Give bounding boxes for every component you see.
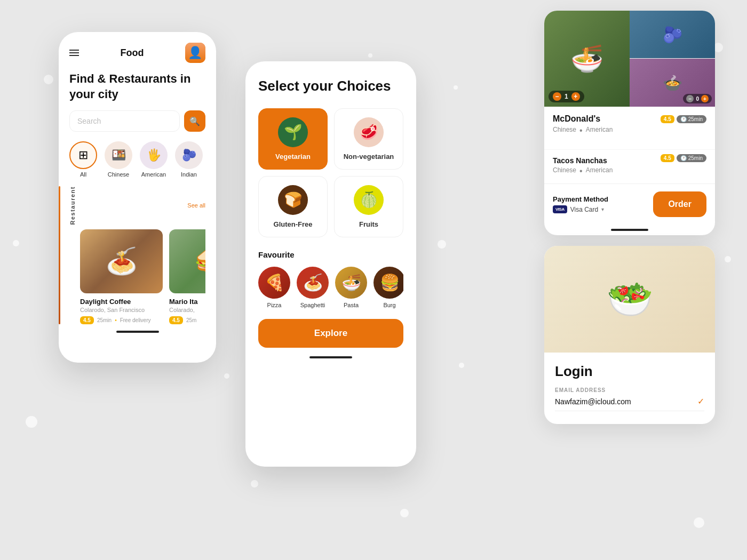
restaurant-card-2[interactable]: Mario Ita Colarado, 4.5 25m — [169, 229, 205, 324]
category-label-american: American — [141, 171, 166, 178]
category-indian[interactable]: 🫐 Indian — [175, 141, 203, 178]
pasta-icon: 🍜 — [335, 267, 367, 299]
time-value: 25min — [688, 116, 703, 122]
home-indicator-2 — [309, 356, 352, 358]
restaurant-main-row: McDonald's 4.5 🕐 25min — [553, 114, 706, 124]
tag-dot: • — [579, 126, 583, 135]
email-label: EMAIL ADDRESS — [555, 387, 704, 393]
choice-label-nonveg: Non-vegetarian — [344, 153, 394, 161]
qty-plus-btn2[interactable]: + — [701, 95, 709, 102]
order-info: McDonald's 4.5 🕐 25min Chinese • America… — [544, 107, 715, 149]
avatar[interactable] — [185, 43, 205, 63]
qty-minus-btn2[interactable]: − — [686, 95, 694, 102]
restaurant-meta-1: 4.5 25min • Free delivery — [80, 316, 163, 324]
choice-fruits[interactable]: 🍈 Fruits — [334, 176, 403, 237]
home-indicator-1 — [116, 331, 159, 333]
favourite-section: Favourite 🍕 Pizza 🍝 Spaghetti 🍜 Pasta 🍔 … — [258, 250, 403, 308]
visa-icon: VISA — [553, 205, 567, 213]
main-tags-row: Chinese • American — [553, 126, 706, 135]
category-icon-american: 🖐 — [140, 141, 168, 169]
qty-plus-btn[interactable]: + — [571, 92, 580, 101]
restaurant-location-2: Colarado, — [169, 307, 205, 313]
category-all[interactable]: ⊞ All — [69, 141, 97, 178]
category-american[interactable]: 🖐 American — [140, 141, 168, 178]
restaurant-location-1: Colarodo, San Francisco — [80, 307, 163, 313]
restaurant-image-1 — [80, 229, 163, 293]
qty-minus-btn[interactable]: − — [553, 92, 561, 101]
order-button[interactable]: Order — [653, 191, 706, 217]
rating-badge-2: 4.5 — [169, 316, 183, 324]
category-chinese[interactable]: 🍱 Chinese — [105, 141, 132, 178]
explore-button[interactable]: Explore — [258, 319, 403, 348]
rating-row: 4.5 🕐 25min — [661, 115, 706, 123]
payment-row: Payment Method VISA Visa Card ▾ Order — [544, 183, 715, 225]
restaurant-name-1: Daylight Coffee — [80, 298, 163, 306]
non-veg-icon: 🥩 — [354, 117, 384, 147]
order-img-left: 🍜 − 1 + — [544, 11, 630, 107]
order-button-label: Order — [668, 199, 692, 209]
login-content: Login EMAIL ADDRESS Nawfazim@icloud.com … — [544, 353, 715, 424]
login-food-image: 🥗 — [544, 246, 715, 353]
favourite-title: Favourite — [258, 250, 403, 259]
favourite-spaghetti[interactable]: 🍝 Spaghetti — [297, 267, 329, 308]
explore-button-label: Explore — [314, 328, 347, 339]
category-label-indian: Indian — [181, 171, 197, 178]
order-card: 🍜 − 1 + 🫐 🍲 − 0 + — [544, 11, 715, 235]
phone1-tagline: Find & Restaurants in your city — [69, 71, 205, 102]
choice-label-fruits: Fruits — [359, 220, 378, 228]
gluten-icon: 🍞 — [278, 185, 308, 215]
category-label-all: All — [80, 171, 86, 178]
choices-grid: 🌱 Vegetarian 🥩 Non-vegetarian 🍞 Gluten-F… — [258, 108, 403, 237]
category-label-chinese: Chinese — [108, 171, 129, 178]
choice-vegetarian[interactable]: 🌱 Vegetarian — [258, 108, 328, 170]
order-img-right-col: 🫐 🍲 − 0 + — [630, 11, 715, 107]
star-badge: 4.5 — [661, 115, 674, 123]
email-value: Nawfazim@icloud.com — [555, 397, 631, 406]
rating-badge-1: 4.5 — [80, 316, 94, 324]
search-bar: Search 🔍 — [69, 110, 205, 132]
choice-non-vegetarian[interactable]: 🥩 Non-vegetarian — [334, 108, 403, 170]
favourite-label-spaghetti: Spaghetti — [300, 302, 325, 308]
favourite-pizza[interactable]: 🍕 Pizza — [258, 267, 290, 308]
search-icon: 🔍 — [189, 116, 200, 126]
second-restaurant-name: Tacos Nanchas — [553, 150, 607, 165]
restaurant-image-2 — [169, 229, 205, 293]
pizza-icon: 🍕 — [258, 267, 290, 299]
category-row: ⊞ All 🍱 Chinese 🖐 American 🫐 Indian — [69, 141, 205, 178]
category-icon-indian: 🫐 — [175, 141, 203, 169]
dot-separator-1: • — [115, 317, 117, 323]
category-icon-chinese: 🍱 — [105, 141, 132, 169]
second-clock-icon: 🕐 — [680, 155, 687, 161]
choice-gluten-free[interactable]: 🍞 Gluten-Free — [258, 176, 328, 237]
visa-text: Visa Card — [570, 206, 598, 213]
favourite-grid: 🍕 Pizza 🍝 Spaghetti 🍜 Pasta 🍔 Burg — [258, 267, 403, 308]
second-restaurant-section: Tacos Nanchas 4.5 🕐 25min Chinese • Amer… — [544, 149, 715, 183]
search-button[interactable]: 🔍 — [184, 110, 205, 132]
email-row: Nawfazim@icloud.com ✓ — [555, 396, 704, 411]
second-rating-row: 4.5 🕐 25min — [661, 154, 706, 162]
phone1-title: Food — [121, 47, 144, 59]
payment-method-section: Payment Method VISA Visa Card ▾ — [553, 195, 608, 213]
search-input[interactable]: Search — [69, 110, 180, 132]
phone2-screen: Select your Choices 🌱 Vegetarian 🥩 Non-v… — [245, 61, 416, 467]
right-panel: 🍜 − 1 + 🫐 🍲 − 0 + — [544, 11, 715, 424]
restaurant-scroll: Daylight Coffee Colarodo, San Francisco … — [80, 229, 205, 324]
home-indicator-order — [611, 229, 648, 231]
phone2-title: Select your Choices — [258, 77, 403, 95]
hamburger-menu-icon[interactable] — [69, 50, 79, 56]
restaurant-card-1[interactable]: Daylight Coffee Colarodo, San Francisco … — [80, 229, 163, 324]
login-card: 🥗 Login EMAIL ADDRESS Nawfazim@icloud.co… — [544, 246, 715, 424]
order-img-right-bottom: 🍲 − 0 + — [630, 59, 715, 107]
visa-row[interactable]: VISA Visa Card ▾ — [553, 205, 608, 213]
veg-icon: 🌱 — [278, 117, 308, 147]
qty-badge-left: − 1 + — [549, 91, 584, 102]
second-tag-chinese: Chinese — [553, 166, 576, 176]
see-all-link[interactable]: See all — [187, 202, 205, 209]
restaurant-meta-2: 4.5 25m — [169, 316, 205, 324]
left-accent-bar — [59, 186, 60, 324]
time-badge: 🕐 25min — [677, 115, 706, 123]
order-images: 🍜 − 1 + 🫐 🍲 − 0 + — [544, 11, 715, 107]
favourite-pasta[interactable]: 🍜 Pasta — [335, 267, 367, 308]
favourite-label-burger: Burg — [383, 302, 395, 308]
favourite-burger[interactable]: 🍔 Burg — [374, 267, 403, 308]
